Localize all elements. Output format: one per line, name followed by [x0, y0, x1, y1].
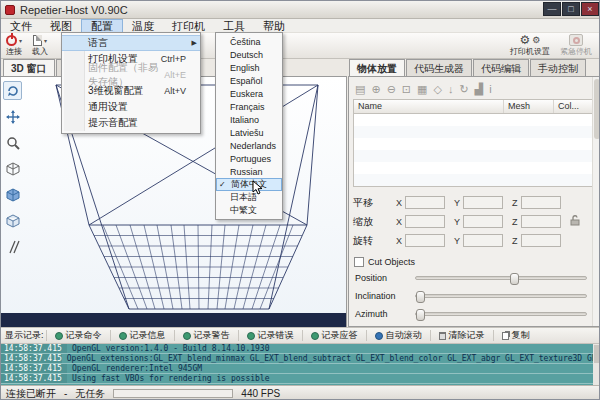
- log-timestamp: 14:58:37.415: [1, 374, 67, 383]
- isometric-view-button[interactable]: [3, 159, 22, 178]
- lock-icon[interactable]: [570, 215, 580, 228]
- translate-z-input[interactable]: [521, 196, 561, 209]
- position-slider[interactable]: [415, 276, 587, 280]
- menu-help[interactable]: 帮助: [254, 19, 294, 33]
- menu-item-language[interactable]: 语言 ▶: [62, 35, 200, 51]
- toggle-log-ack[interactable]: 记录应答: [305, 329, 364, 342]
- log-scrollbar[interactable]: [593, 344, 600, 385]
- language-japanese[interactable]: 日本語: [216, 191, 282, 204]
- remove-object-icon[interactable]: ⊖: [387, 83, 396, 95]
- language-latviesu[interactable]: Latviešu: [216, 126, 282, 139]
- azimuth-slider-row: Azimuth: [353, 305, 596, 323]
- rotate-z-input[interactable]: [521, 234, 561, 247]
- move-view-button[interactable]: [3, 107, 22, 126]
- connect-button[interactable]: ▾ 连接: [1, 33, 27, 58]
- parallel-projection-button[interactable]: [3, 237, 22, 256]
- column-mesh[interactable]: Mesh: [504, 100, 554, 113]
- panel-scrollbar[interactable]: [592, 77, 600, 326]
- chevron-down-icon[interactable]: ▾: [44, 37, 47, 44]
- menu-tools[interactable]: 工具: [214, 19, 254, 33]
- rotate-view-button[interactable]: [3, 81, 22, 100]
- language-deutsch[interactable]: Deutsch: [216, 48, 282, 61]
- language-russian[interactable]: Russian: [216, 165, 282, 178]
- scale-z-input[interactable]: [521, 215, 561, 228]
- column-collision[interactable]: Col...: [554, 100, 594, 113]
- rotate-x-input[interactable]: [405, 234, 445, 247]
- chevron-down-icon[interactable]: ▾: [19, 37, 22, 44]
- language-francais[interactable]: Français: [216, 100, 282, 113]
- language-english[interactable]: English: [216, 61, 282, 74]
- tab-3d-view[interactable]: 3D 窗口: [3, 59, 55, 76]
- log-output[interactable]: 14:58:37.415 OpenGL version:1.4.0 - Buil…: [1, 344, 600, 385]
- scale-x-input[interactable]: [405, 215, 445, 228]
- toggle-autoscroll[interactable]: 自动滚动: [369, 329, 428, 342]
- toggle-log-commands[interactable]: 记录命令: [49, 329, 108, 342]
- language-simplified-chinese[interactable]: ✓ 简体中文: [216, 178, 282, 191]
- scale-y-input[interactable]: [463, 215, 503, 228]
- rotate-y-input[interactable]: [463, 234, 503, 247]
- zoom-view-button[interactable]: [3, 133, 22, 152]
- cut-objects-checkbox[interactable]: [354, 257, 364, 267]
- slider-thumb[interactable]: [416, 309, 425, 321]
- emergency-stop-button[interactable]: 紧急停机: [555, 33, 597, 58]
- menu-item-sound-settings[interactable]: 提示音配置: [62, 115, 200, 131]
- toggle-log-info[interactable]: 记录信息: [113, 329, 172, 342]
- drop-object-icon[interactable]: ↓: [448, 83, 454, 95]
- slider-thumb[interactable]: [510, 273, 519, 285]
- save-icon[interactable]: ▤: [355, 83, 365, 95]
- cut-objects-row: Cut Objects: [354, 257, 596, 267]
- menu-view[interactable]: 视图: [41, 19, 81, 33]
- copy-object-icon[interactable]: ⊡: [402, 83, 411, 95]
- copy-icon: [502, 332, 509, 340]
- axis-y-label: Y: [454, 198, 460, 208]
- center-object-icon[interactable]: ◇: [433, 83, 441, 95]
- tab-manual-control[interactable]: 手动控制: [530, 59, 586, 76]
- object-list-table[interactable]: Name Mesh Col...: [353, 99, 596, 187]
- window-title: Repetier-Host V0.90C: [20, 4, 128, 16]
- menu-config[interactable]: 配置: [81, 19, 123, 33]
- auto-position-icon[interactable]: ▦: [417, 83, 427, 95]
- object-info-icon[interactable]: i: [489, 83, 491, 95]
- translate-x-input[interactable]: [405, 196, 445, 209]
- printer-settings-button[interactable]: ⚙⚙ 打印机设置: [505, 33, 555, 58]
- rotate-object-icon[interactable]: ↻: [459, 83, 468, 95]
- copy-log-button[interactable]: 复制: [496, 329, 536, 342]
- menu-item-3d-view-settings[interactable]: 3维视窗配置 Alt+V: [62, 83, 200, 99]
- emergency-stop-label: 紧急停机: [560, 46, 592, 57]
- clear-log-button[interactable]: 清除记录: [433, 329, 491, 342]
- tab-gcode-generator[interactable]: 代码生成器: [406, 59, 472, 76]
- toggle-log-errors[interactable]: 记录错误: [241, 329, 300, 342]
- minimize-button[interactable]: —: [543, 2, 561, 16]
- front-view-button[interactable]: [3, 185, 22, 204]
- language-portugues[interactable]: Portugues: [216, 152, 282, 165]
- slider-thumb[interactable]: [416, 291, 425, 303]
- axis-x-label: X: [396, 198, 402, 208]
- menu-file[interactable]: 文件: [1, 19, 41, 33]
- tab-object-placement[interactable]: 物体放置: [349, 59, 405, 76]
- column-name[interactable]: Name: [354, 100, 504, 113]
- top-view-button[interactable]: [3, 211, 22, 230]
- language-cestina[interactable]: Čeština: [216, 35, 282, 48]
- log-toolbar: 显示记录: 记录命令 记录信息 记录警告 记录错误 记录应答 自动滚动 清除记录…: [1, 327, 600, 344]
- azimuth-slider[interactable]: [415, 312, 587, 316]
- translate-y-input[interactable]: [463, 196, 503, 209]
- toggle-log-warnings[interactable]: 记录警告: [177, 329, 236, 342]
- language-nederlands[interactable]: Nederlands: [216, 139, 282, 152]
- menu-printer[interactable]: 打印机: [163, 19, 214, 33]
- language-traditional-chinese[interactable]: 中繁文: [216, 204, 282, 217]
- object-analysis-icon[interactable]: ▟: [475, 83, 483, 95]
- language-italiano[interactable]: Italiano: [216, 113, 282, 126]
- add-object-icon[interactable]: ⊕: [371, 83, 380, 95]
- load-button[interactable]: ▾ 载入: [27, 33, 53, 58]
- language-euskera[interactable]: Euskera: [216, 87, 282, 100]
- menu-item-general-settings[interactable]: 通用设置: [62, 99, 200, 115]
- close-button[interactable]: ×: [581, 2, 599, 16]
- menu-temperature[interactable]: 温度: [123, 19, 163, 33]
- maximize-button[interactable]: □: [562, 2, 580, 16]
- inclination-slider[interactable]: [415, 294, 587, 298]
- tab-gcode-editor[interactable]: 代码编辑: [473, 59, 529, 76]
- scale-row: 缩放 X Y Z: [353, 212, 596, 231]
- inclination-slider-row: Inclination: [353, 287, 596, 305]
- check-icon: ✓: [219, 180, 226, 189]
- language-espanol[interactable]: Español: [216, 74, 282, 87]
